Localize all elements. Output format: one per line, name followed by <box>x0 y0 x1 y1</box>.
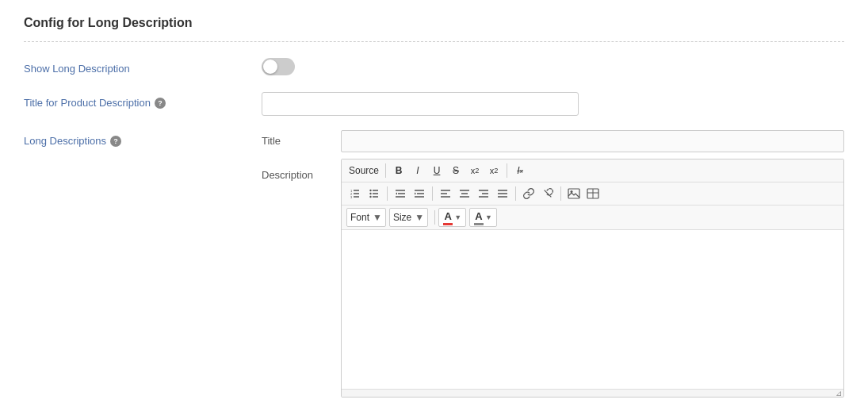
toolbar-sep4 <box>432 186 433 201</box>
toolbar-sep6 <box>560 186 561 201</box>
long-descriptions-label: Long Descriptions ? <box>24 130 262 147</box>
bg-color-dropdown-arrow: ▼ <box>485 213 492 221</box>
ordered-list-button[interactable]: 1 2 3 <box>346 185 364 202</box>
title-product-desc-control <box>262 92 844 116</box>
font-color-label: A <box>444 210 451 222</box>
bg-color-underline <box>474 223 484 225</box>
font-color-underline <box>443 223 453 225</box>
show-long-desc-label: Show Long Description <box>24 58 262 75</box>
unordered-list-button[interactable] <box>365 185 383 202</box>
toolbar-sep5 <box>515 186 516 201</box>
superscript-button[interactable]: x2 <box>485 162 503 179</box>
font-select[interactable]: Font ▼ <box>346 208 386 227</box>
section-title: Config for Long Description <box>24 16 844 30</box>
toolbar-sep2 <box>507 163 507 178</box>
show-long-desc-toggle[interactable] <box>262 58 295 75</box>
font-dropdown-arrow: ▼ <box>373 212 382 223</box>
source-button[interactable]: Source <box>346 162 381 179</box>
svg-line-32 <box>545 190 552 198</box>
size-select[interactable]: Size ▼ <box>389 208 428 227</box>
image-button[interactable] <box>565 185 583 202</box>
svg-point-10 <box>369 193 371 194</box>
svg-marker-19 <box>415 193 416 195</box>
svg-point-9 <box>369 190 371 191</box>
show-long-desc-row: Show Long Description <box>24 58 844 78</box>
toolbar-sep3 <box>387 186 388 201</box>
font-color-separator <box>434 210 435 225</box>
strikethrough-button[interactable]: S <box>447 162 465 179</box>
svg-rect-33 <box>568 189 579 198</box>
rich-text-editor: Source B I U S x2 x2 Ix <box>341 159 844 398</box>
editor-toolbar-row2: 1 2 3 <box>342 182 843 206</box>
resize-handle: ⊿ <box>835 389 842 398</box>
long-desc-content: Title Description Source B I U S <box>262 130 844 398</box>
editor-footer: ⊿ <box>342 389 843 397</box>
underline-button[interactable]: U <box>428 162 445 179</box>
italic-button[interactable]: I <box>409 162 426 179</box>
align-right-button[interactable] <box>475 185 492 202</box>
long-desc-help-icon[interactable]: ? <box>110 136 121 147</box>
toggle-thumb <box>263 60 277 74</box>
bg-color-button[interactable]: A ▼ <box>469 208 497 227</box>
section-divider <box>24 41 844 42</box>
svg-marker-15 <box>396 193 397 195</box>
align-center-button[interactable] <box>456 185 473 202</box>
bg-color-label: A <box>475 210 482 222</box>
long-desc-title-input[interactable] <box>341 130 844 152</box>
long-desc-fields: Source B I U S x2 x2 Ix <box>341 130 844 398</box>
sub-labels: Title Description <box>262 130 341 398</box>
size-dropdown-arrow: ▼ <box>415 212 424 223</box>
font-color-button[interactable]: A ▼ <box>438 208 466 227</box>
long-descriptions-row: Long Descriptions ? Title Description So… <box>24 130 844 398</box>
title-help-icon[interactable]: ? <box>155 98 166 109</box>
sub-label-description: Description <box>262 169 341 181</box>
title-product-desc-row: Title for Product Description ? <box>24 92 844 116</box>
table-button[interactable] <box>584 185 602 202</box>
toolbar-sep1 <box>385 163 386 178</box>
size-select-label: Size <box>393 212 411 223</box>
clear-format-button[interactable]: Ix <box>511 162 529 179</box>
align-left-button[interactable] <box>437 185 454 202</box>
page-container: Config for Long Description Show Long De… <box>0 0 868 411</box>
unlink-button[interactable] <box>539 185 556 202</box>
subscript-button[interactable]: x2 <box>466 162 484 179</box>
svg-point-11 <box>369 196 371 198</box>
bold-button[interactable]: B <box>390 162 407 179</box>
font-color-dropdown-arrow: ▼ <box>454 213 461 221</box>
link-button[interactable] <box>520 185 537 202</box>
svg-text:3: 3 <box>350 195 353 199</box>
title-product-desc-input[interactable] <box>262 92 579 116</box>
title-product-desc-label: Title for Product Description ? <box>24 92 262 109</box>
font-select-label: Font <box>350 212 369 223</box>
editor-toolbar-row3: Font ▼ Size ▼ A <box>342 206 843 230</box>
outdent-button[interactable] <box>392 185 409 202</box>
sub-label-title: Title <box>262 135 341 147</box>
indent-button[interactable] <box>411 185 428 202</box>
justify-button[interactable] <box>494 185 511 202</box>
editor-body[interactable] <box>342 230 843 389</box>
editor-toolbar-row1: Source B I U S x2 x2 Ix <box>342 159 843 182</box>
show-long-desc-control <box>262 58 844 78</box>
